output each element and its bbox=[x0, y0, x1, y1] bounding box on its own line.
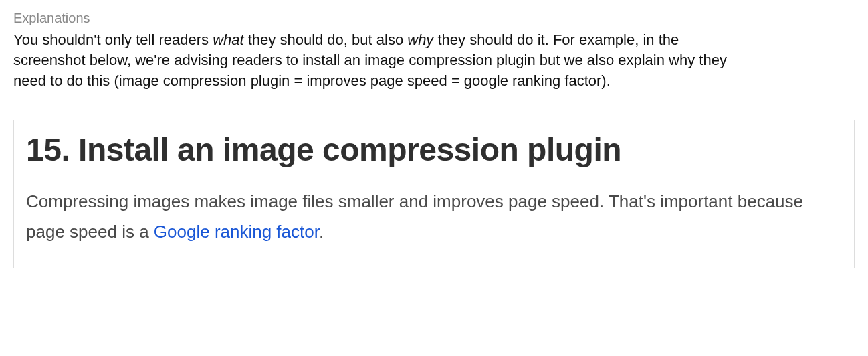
explanations-paragraph: You shouldn't only tell readers what the… bbox=[13, 30, 749, 91]
text-segment: You shouldn't only tell readers bbox=[13, 31, 213, 48]
example-body-text: Compressing images makes image files sma… bbox=[26, 187, 842, 248]
google-ranking-factor-link[interactable]: Google ranking factor bbox=[154, 221, 319, 242]
emphasis-what: what bbox=[213, 31, 243, 48]
emphasis-why: why bbox=[407, 31, 433, 48]
divider bbox=[13, 110, 855, 110]
embedded-screenshot-example: 15. Install an image compression plugin … bbox=[13, 120, 855, 268]
text-segment: Compressing images makes image files sma… bbox=[26, 191, 803, 242]
section-label: Explanations bbox=[13, 11, 855, 26]
text-segment: they should do, but also bbox=[244, 31, 408, 48]
text-segment: . bbox=[319, 221, 324, 242]
example-heading: 15. Install an image compression plugin bbox=[26, 132, 842, 168]
